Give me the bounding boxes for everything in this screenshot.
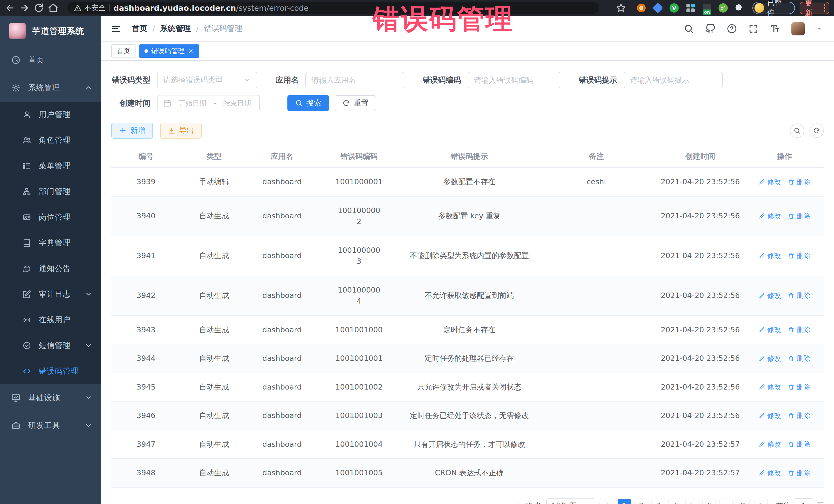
fullscreen-icon[interactable] xyxy=(748,24,759,34)
delete-link[interactable]: 删除 xyxy=(788,468,810,478)
address-bar[interactable]: 不安全 dashboard.yudao.iocoder.cn/system/er… xyxy=(67,2,599,14)
page-button-1[interactable]: 1 xyxy=(618,499,631,504)
tab-error-code[interactable]: 错误码管理 xyxy=(139,44,199,58)
security-warning[interactable]: 不安全 xyxy=(74,3,106,13)
delete-link[interactable]: 删除 xyxy=(788,382,810,392)
sidebar-logo-row[interactable]: 芋道管理系统 xyxy=(0,16,101,46)
cell-app-name: dashboard xyxy=(247,459,317,487)
sidebar-item-online-users[interactable]: 在线用户 xyxy=(0,307,101,333)
caret-down-icon[interactable] xyxy=(816,25,823,32)
delete-link[interactable]: 删除 xyxy=(788,411,810,421)
edit-link[interactable]: 修改 xyxy=(759,177,781,187)
sidebar-item-dev-tools[interactable]: 研发工具 xyxy=(0,412,101,439)
hamburger-icon[interactable] xyxy=(111,24,121,34)
add-button[interactable]: 新增 xyxy=(111,123,153,138)
edit-link[interactable]: 修改 xyxy=(759,439,781,450)
next-page-button[interactable] xyxy=(754,499,768,504)
page-button-8[interactable]: 8 xyxy=(736,499,750,504)
target-extension-icon[interactable] xyxy=(636,3,646,13)
edit-link[interactable]: 修改 xyxy=(759,290,781,301)
delete-link[interactable]: 删除 xyxy=(788,353,810,364)
edit-icon xyxy=(759,292,765,299)
edit-link[interactable]: 修改 xyxy=(759,325,781,335)
sidebar-item-home[interactable]: 首页 xyxy=(0,46,101,74)
goto-page-input[interactable] xyxy=(794,498,813,504)
sidebar-item-infrastructure[interactable]: 基础设施 xyxy=(0,384,101,412)
sidebar-item-users[interactable]: 用户管理 xyxy=(0,102,101,127)
help-icon[interactable] xyxy=(727,24,737,34)
sidebar-item-posts[interactable]: 岗位管理 xyxy=(0,204,101,230)
sidebar-item-dictionaries[interactable]: 字典管理 xyxy=(0,230,101,256)
key-extension-icon[interactable] xyxy=(719,3,728,13)
bookmark-star-icon[interactable] xyxy=(616,3,626,13)
show-search-button[interactable] xyxy=(790,124,804,138)
delete-link[interactable]: 删除 xyxy=(788,439,810,450)
edit-link[interactable]: 修改 xyxy=(759,251,781,261)
export-button[interactable]: 导出 xyxy=(160,123,202,138)
kebab-menu-icon[interactable] xyxy=(824,4,825,12)
page-button-5[interactable]: 5 xyxy=(685,499,699,504)
reload-icon[interactable] xyxy=(34,3,44,13)
cell-create-time: 2021-04-20 23:52:56 xyxy=(655,344,745,373)
edit-link[interactable]: 修改 xyxy=(759,411,781,421)
sidebar-item-error-codes[interactable]: 错误码管理 xyxy=(0,358,101,384)
home-icon[interactable] xyxy=(48,3,59,13)
edit-link[interactable]: 修改 xyxy=(759,468,781,478)
delete-link[interactable]: 删除 xyxy=(788,251,810,261)
error-code-input[interactable] xyxy=(474,76,554,84)
delete-link[interactable]: 删除 xyxy=(788,325,810,335)
sidebar-item-system[interactable]: 系统管理 xyxy=(0,74,101,102)
sidebar-item-announcements[interactable]: 通知公告 xyxy=(0,256,101,281)
refresh-table-button[interactable] xyxy=(809,124,824,138)
breadcrumb-item[interactable]: 首页 xyxy=(132,23,147,34)
table-row: 3946自动生成dashboard1001001003定时任务已经处于该状态，无… xyxy=(111,401,824,430)
edit-link[interactable]: 修改 xyxy=(759,382,781,392)
tab-home[interactable]: 首页 xyxy=(111,44,135,58)
prev-page-button[interactable] xyxy=(600,499,613,504)
search-button[interactable]: 搜索 xyxy=(287,95,329,111)
error-code-type-select[interactable]: 请选择错误码类型 xyxy=(157,72,257,88)
app-name-input[interactable] xyxy=(311,76,398,84)
chevron-down-icon xyxy=(85,290,92,298)
cell-create-time: 2021-04-20 23:52:56 xyxy=(655,168,745,196)
sidebar-item-audit-logs[interactable]: 审计日志 xyxy=(0,281,101,307)
cell-type: 自动生成 xyxy=(181,202,247,230)
breadcrumb-item[interactable]: 系统管理 xyxy=(160,23,191,34)
page-button-6[interactable]: 6 xyxy=(702,499,716,504)
page-button-3[interactable]: 3 xyxy=(652,499,665,504)
page-content: 错误码类型 请选择错误码类型 应用名 错误码编码 错误码提示 xyxy=(101,61,834,504)
more-pages-button[interactable] xyxy=(719,499,733,504)
app-name-label: 应用名 xyxy=(276,75,299,85)
search-icon[interactable] xyxy=(684,24,694,34)
sidebar-item-departments[interactable]: 部门管理 xyxy=(0,179,101,204)
page-button-2[interactable]: 2 xyxy=(635,499,648,504)
gem-extension-icon[interactable] xyxy=(653,3,663,13)
delete-link[interactable]: 删除 xyxy=(788,177,810,187)
page-size-select[interactable]: 10条/页 xyxy=(546,498,595,504)
sidebar-item-roles[interactable]: 角色管理 xyxy=(0,127,101,153)
omnibox-divider xyxy=(109,4,110,12)
delete-link[interactable]: 删除 xyxy=(788,290,810,301)
grid-extension-icon[interactable] xyxy=(686,3,696,13)
reset-button[interactable]: 重置 xyxy=(335,95,376,111)
sidebar-item-sms[interactable]: 短信管理 xyxy=(0,333,101,358)
table-row: 3947自动生成dashboard1001001004只有开启状态的任务，才可以… xyxy=(111,430,824,459)
font-size-icon[interactable] xyxy=(770,24,780,34)
browser-update-button[interactable]: 更新 xyxy=(799,2,829,14)
page-button-4[interactable]: 4 xyxy=(668,499,682,504)
dark-extension-icon[interactable]: on xyxy=(702,3,712,13)
browser-profile-button[interactable]: 已暂停 xyxy=(752,2,795,14)
back-icon[interactable] xyxy=(5,3,15,13)
forward-icon[interactable] xyxy=(19,3,30,13)
date-range-picker[interactable]: 开始日期 - 结束日期 xyxy=(157,95,260,111)
error-message-input[interactable] xyxy=(630,76,717,84)
github-icon[interactable] xyxy=(705,24,716,34)
edit-link[interactable]: 修改 xyxy=(759,211,781,221)
puzzle-extension-icon[interactable] xyxy=(734,4,743,12)
user-avatar[interactable] xyxy=(791,22,805,36)
delete-icon xyxy=(788,412,794,419)
v-extension-icon[interactable]: V xyxy=(669,3,679,13)
edit-link[interactable]: 修改 xyxy=(759,353,781,364)
delete-link[interactable]: 删除 xyxy=(788,211,810,221)
sidebar-item-menus[interactable]: 菜单管理 xyxy=(0,153,101,179)
